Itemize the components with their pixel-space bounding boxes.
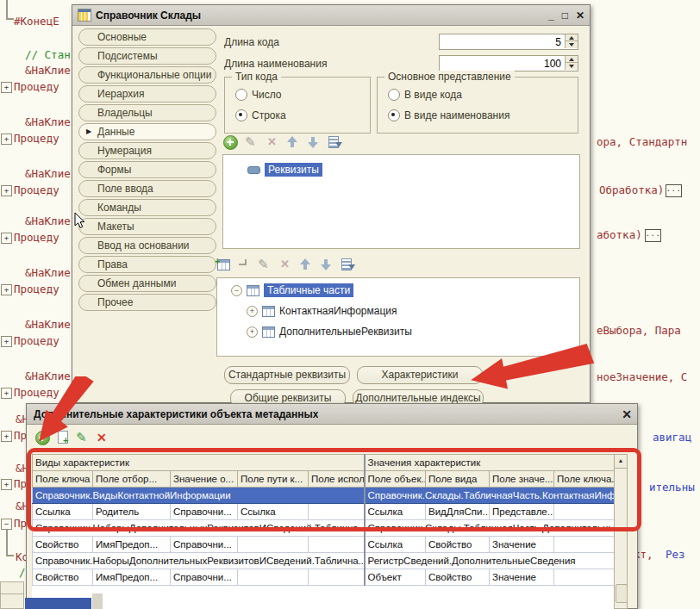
spin-up-icon[interactable] [565, 34, 578, 41]
add-icon[interactable] [223, 135, 238, 150]
code-length-field[interactable]: 5 [439, 34, 578, 50]
code-fold-toggle[interactable]: + [1, 431, 12, 442]
radio-number[interactable]: Число [235, 89, 282, 101]
add-attribute-icon[interactable] [237, 258, 251, 271]
code-fold-toggle[interactable]: + [1, 82, 12, 93]
table-row[interactable]: Справочник.НаборыДополнительныхРеквизито… [33, 553, 615, 569]
cell[interactable]: Свойство [33, 537, 93, 553]
cell[interactable]: Значение [490, 537, 554, 553]
tab-owners[interactable]: Владельцы [78, 104, 216, 121]
maximize-button[interactable]: □ [562, 9, 568, 22]
cell[interactable] [309, 537, 365, 553]
cell[interactable]: ИмяПредоп... [93, 537, 171, 553]
sort-icon[interactable] [328, 135, 341, 149]
tab-functional-options[interactable]: Функциональные опции [78, 66, 216, 84]
cell[interactable]: Справочни... [171, 569, 238, 586]
attributes-root-label[interactable]: Реквизиты [265, 163, 322, 177]
collapsed-code-marker[interactable]: ... [666, 184, 682, 197]
radio-icon[interactable] [235, 89, 247, 101]
edit-icon[interactable] [245, 135, 259, 149]
spin-down-icon[interactable] [565, 63, 578, 70]
move-down-icon[interactable] [307, 135, 321, 149]
list-item[interactable]: Реквизиты [247, 163, 322, 177]
cell[interactable] [309, 569, 365, 586]
code-fold-toggle[interactable]: + [1, 185, 12, 196]
cell[interactable]: Значение [490, 569, 554, 586]
radio-icon[interactable] [235, 109, 247, 121]
spinner[interactable] [565, 34, 578, 49]
cell[interactable]: Объект [365, 569, 426, 586]
cell[interactable] [554, 569, 615, 586]
close-icon[interactable]: ✕ [576, 9, 584, 22]
add-tabular-section-icon[interactable]: + [217, 259, 230, 270]
sort-icon[interactable] [341, 258, 354, 271]
tab-rights[interactable]: Права [78, 256, 216, 273]
tree-item-label[interactable]: КонтактнаяИнформация [279, 305, 397, 317]
tree-item[interactable]: + ДополнительныеРеквизиты [247, 326, 412, 338]
radio-string[interactable]: Строка [235, 109, 286, 121]
name-length-field[interactable]: 100 [439, 55, 578, 71]
spin-up-icon[interactable] [565, 56, 578, 63]
move-up-icon[interactable] [286, 135, 300, 149]
cell[interactable]: Ссылка [365, 537, 426, 553]
code-fold-toggle[interactable]: + [1, 284, 12, 295]
tree-item-label[interactable]: ДополнительныеРеквизиты [279, 326, 412, 338]
table-row[interactable]: Свойство ИмяПредоп... Справочни... Ссылк… [33, 537, 615, 553]
tab-input-field[interactable]: Поле ввода [78, 180, 216, 197]
expand-icon[interactable]: + [247, 326, 258, 338]
delete-icon[interactable] [278, 258, 292, 271]
cell[interactable]: Свойство [33, 569, 93, 586]
cell[interactable] [554, 537, 615, 553]
tab-templates[interactable]: Макеты [78, 218, 216, 235]
tab-input-based-on[interactable]: Ввод на основании [78, 237, 216, 254]
tab-data-exchange[interactable]: Обмен данными [78, 275, 216, 292]
cell[interactable]: Справочни... [171, 537, 238, 553]
minimize-button[interactable]: _ [548, 9, 554, 22]
cell[interactable]: РегистрСведений.ДополнительныеСведения [365, 553, 615, 569]
table-row[interactable]: Свойство ИмяПредоп... Справочни... Объек… [33, 569, 615, 586]
tab-forms[interactable]: Формы [78, 161, 216, 178]
cell[interactable]: Свойство [426, 537, 490, 553]
tab-numbering[interactable]: Нумерация [78, 142, 216, 159]
collapse-icon[interactable] [247, 166, 260, 174]
tree-item-root[interactable]: − Табличные части [231, 283, 353, 297]
tree-item[interactable]: + КонтактнаяИнформация [247, 305, 397, 317]
radio-as-code[interactable]: В виде кода [388, 89, 462, 101]
cell[interactable]: Справочник.НаборыДополнительныхРеквизито… [33, 553, 365, 569]
radio-icon[interactable] [388, 89, 400, 101]
title-bar[interactable]: Дополнительные характеристики объекта ме… [27, 404, 637, 425]
code-fold-toggle[interactable]: + [1, 233, 12, 244]
cell[interactable]: ИмяПредоп... [93, 569, 171, 586]
code-fold-toggle[interactable]: + [1, 134, 12, 145]
spin-down-icon[interactable] [565, 41, 578, 48]
code-fold-toggle[interactable]: − [1, 519, 12, 530]
tree-root-label[interactable]: Табличные части [264, 283, 353, 297]
edit-icon[interactable] [258, 258, 272, 271]
move-down-icon[interactable] [320, 258, 334, 271]
code-fold-toggle[interactable]: + [1, 388, 12, 399]
collapsed-code-marker[interactable]: ... [645, 229, 661, 242]
expand-icon[interactable]: + [247, 306, 258, 317]
move-up-icon[interactable] [299, 258, 313, 271]
tab-hierarchy[interactable]: Иерархия [78, 85, 216, 103]
scroll-thumb[interactable] [616, 584, 628, 603]
delete-icon[interactable] [266, 135, 279, 149]
radio-icon[interactable] [388, 109, 400, 121]
attributes-list[interactable]: Реквизиты [222, 154, 580, 249]
tab-other[interactable]: Прочее [78, 294, 216, 311]
close-icon[interactable]: ✕ [622, 407, 632, 421]
tab-subsystems[interactable]: Подсистемы [78, 47, 216, 65]
cell[interactable]: Свойство [426, 569, 490, 586]
standard-attributes-button[interactable]: Стандартные реквизиты [224, 366, 350, 384]
cell[interactable] [238, 537, 309, 553]
code-fold-toggle[interactable]: + [1, 479, 12, 490]
characteristics-button[interactable]: Характеристики [357, 366, 483, 384]
title-bar[interactable]: Справочник Склады _ □ ✕ [72, 5, 590, 26]
code-fold-toggle[interactable]: + [1, 336, 12, 347]
spinner[interactable] [565, 56, 578, 71]
tab-data[interactable]: Данные [78, 123, 216, 140]
tab-main[interactable]: Основные [78, 28, 216, 46]
cell[interactable] [238, 569, 309, 586]
radio-as-name[interactable]: В виде наименования [388, 109, 509, 121]
tab-commands[interactable]: Команды [78, 199, 216, 216]
